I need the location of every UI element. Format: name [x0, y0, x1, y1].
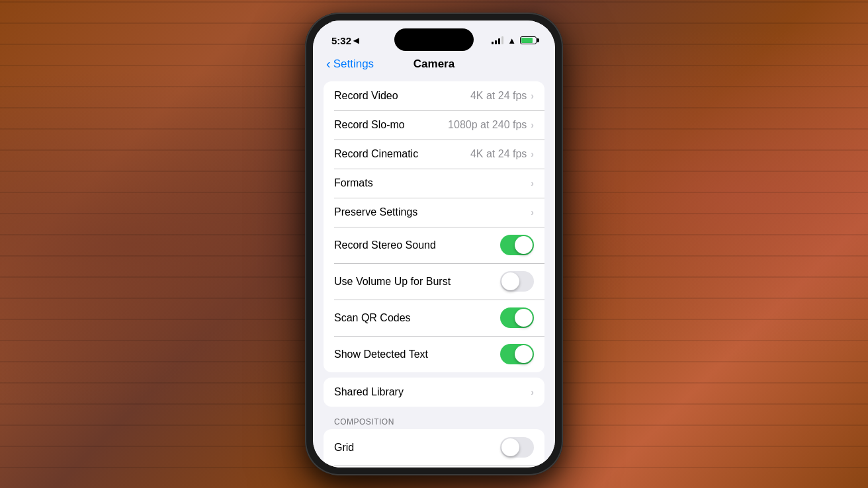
status-time: 5:32 ◀ [331, 35, 359, 46]
formats-chevron-icon: › [531, 178, 534, 188]
preserve-settings-label: Preserve Settings [334, 206, 417, 218]
back-chevron-icon: ‹ [326, 56, 331, 71]
phone-body: 5:32 ◀ ▲ [305, 13, 563, 475]
formats-right: › [531, 178, 534, 188]
record-stereo-sound-toggle[interactable] [500, 235, 534, 255]
record-video-right: 4K at 24 fps › [470, 90, 534, 102]
settings-group-shared: Shared Library › [324, 378, 544, 407]
location-arrow-icon: ◀ [353, 36, 359, 45]
record-cinematic-right: 4K at 24 fps › [470, 148, 534, 160]
volume-up-burst-toggle[interactable] [500, 271, 534, 292]
phone-frame: 5:32 ◀ ▲ [305, 13, 563, 475]
row-grid[interactable]: Grid [324, 429, 544, 466]
row-scan-qr-codes[interactable]: Scan QR Codes [324, 300, 544, 336]
shared-library-chevron-icon: › [531, 387, 534, 397]
row-show-detected-text[interactable]: Show Detected Text [324, 336, 544, 372]
volume-up-burst-label: Use Volume Up for Burst [334, 276, 451, 288]
toggle-knob [501, 438, 519, 456]
shared-library-right: › [531, 387, 534, 397]
row-record-slo-mo[interactable]: Record Slo-mo 1080p at 240 fps › [324, 110, 544, 140]
preserve-settings-chevron-icon: › [531, 207, 534, 218]
show-detected-text-toggle[interactable] [500, 344, 534, 364]
scan-qr-codes-label: Scan QR Codes [334, 312, 411, 324]
record-video-label: Record Video [334, 90, 398, 102]
toggle-knob [501, 272, 519, 290]
grid-label: Grid [334, 442, 354, 454]
preserve-settings-right: › [531, 207, 534, 218]
toggle-knob [515, 345, 533, 363]
navigation-bar: ‹ Settings Camera [313, 55, 555, 76]
status-icons: ▲ [492, 36, 537, 46]
grid-toggle[interactable] [500, 437, 534, 458]
record-slo-mo-label: Record Slo-mo [334, 119, 405, 131]
record-stereo-sound-label: Record Stereo Sound [334, 239, 436, 251]
settings-group-main: Record Video 4K at 24 fps › Record Slo-m… [324, 81, 544, 372]
row-level[interactable]: Level [324, 466, 544, 468]
row-record-stereo-sound[interactable]: Record Stereo Sound [324, 227, 544, 263]
record-video-value: 4K at 24 fps [470, 90, 527, 102]
shared-library-label: Shared Library [334, 386, 404, 398]
cellular-signal-icon [492, 36, 503, 44]
record-slo-mo-right: 1080p at 240 fps › [448, 119, 534, 131]
row-record-video[interactable]: Record Video 4K at 24 fps › [324, 81, 544, 110]
settings-group-composition: Grid Level [324, 429, 544, 468]
phone-screen: 5:32 ◀ ▲ [313, 20, 555, 468]
record-cinematic-value: 4K at 24 fps [470, 148, 527, 160]
back-button[interactable]: ‹ Settings [326, 57, 374, 71]
dynamic-island [394, 28, 474, 51]
battery-fill [521, 38, 533, 43]
show-detected-text-label: Show Detected Text [334, 348, 428, 360]
record-cinematic-chevron-icon: › [531, 149, 534, 159]
row-volume-up-burst[interactable]: Use Volume Up for Burst [324, 263, 544, 300]
settings-content: Record Video 4K at 24 fps › Record Slo-m… [313, 76, 555, 468]
toggle-knob [515, 309, 533, 327]
row-record-cinematic[interactable]: Record Cinematic 4K at 24 fps › [324, 140, 544, 169]
toggle-knob [515, 236, 533, 254]
time-label: 5:32 [331, 35, 351, 46]
battery-icon [520, 36, 537, 44]
record-cinematic-label: Record Cinematic [334, 148, 418, 160]
composition-section-label: COMPOSITION [313, 412, 555, 429]
record-slo-mo-chevron-icon: › [531, 120, 534, 130]
section-video: Record Video 4K at 24 fps › Record Slo-m… [313, 81, 555, 372]
row-preserve-settings[interactable]: Preserve Settings › [324, 198, 544, 227]
record-slo-mo-value: 1080p at 240 fps [448, 119, 527, 131]
record-video-chevron-icon: › [531, 91, 534, 101]
row-formats[interactable]: Formats › [324, 169, 544, 198]
formats-label: Formats [334, 177, 373, 189]
back-label: Settings [333, 58, 374, 71]
section-composition: COMPOSITION Grid Level [313, 412, 555, 468]
page-title: Camera [413, 58, 455, 71]
row-shared-library[interactable]: Shared Library › [324, 378, 544, 407]
scan-qr-codes-toggle[interactable] [500, 307, 534, 328]
section-shared: Shared Library › [313, 378, 555, 407]
wifi-icon: ▲ [507, 36, 516, 46]
